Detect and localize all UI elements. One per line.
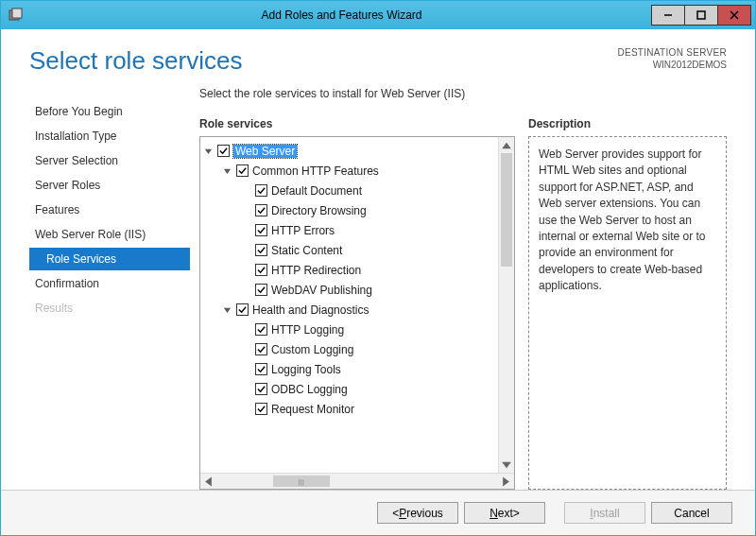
tree-toggle-icon[interactable] [221, 304, 232, 316]
tree-checkbox[interactable] [255, 363, 267, 375]
app-icon [9, 8, 24, 23]
sidebar: Before You BeginInstallation TypeServer … [29, 87, 190, 490]
tree-label[interactable]: Static Content [271, 244, 342, 257]
tree-label[interactable]: ODBC Logging [271, 383, 348, 396]
tree-checkbox[interactable] [255, 244, 267, 256]
sidebar-item[interactable]: Server Roles [29, 174, 190, 197]
sidebar-item: Results [29, 297, 190, 320]
tree-checkbox[interactable] [236, 164, 249, 177]
sidebar-item[interactable]: Confirmation [29, 272, 190, 295]
role-services-label: Role services [199, 117, 515, 130]
sidebar-item[interactable]: Before You Begin [29, 100, 190, 123]
next-button[interactable]: Next > [464, 502, 545, 524]
tree-checkbox[interactable] [255, 224, 267, 236]
previous-label: revious [406, 507, 443, 520]
tree-row[interactable]: HTTP Logging [202, 320, 496, 339]
scroll-up-button[interactable] [499, 137, 514, 153]
window-controls [652, 5, 751, 26]
tree-row[interactable]: Logging Tools [202, 359, 496, 379]
destination-label: DESTINATION SERVER [617, 46, 727, 59]
tree-label[interactable]: HTTP Redirection [271, 264, 361, 277]
install-label: nstall [593, 507, 620, 520]
footer: < Previous Next > Install Cancel [1, 490, 755, 535]
tree-label[interactable]: Request Monitor [271, 403, 354, 416]
instruction-text: Select the role services to install for … [199, 87, 727, 100]
tree-checkbox[interactable] [255, 184, 267, 197]
tree-label[interactable]: WebDAV Publishing [271, 284, 372, 297]
main-panel: Select the role services to install for … [190, 87, 727, 490]
content-area: Select role services DESTINATION SERVER … [1, 29, 755, 535]
scroll-down-button[interactable] [499, 457, 514, 473]
tree-row[interactable]: Common HTTP Features [202, 161, 496, 181]
tree-row[interactable]: HTTP Redirection [202, 260, 496, 280]
tree-checkbox[interactable] [255, 204, 267, 216]
tree-row[interactable]: Web Server [202, 141, 496, 161]
scroll-left-button[interactable] [200, 474, 216, 489]
tree-label[interactable]: Common HTTP Features [252, 164, 379, 178]
tree-checkbox[interactable] [255, 284, 267, 296]
tree-label[interactable]: Logging Tools [271, 363, 341, 376]
tree-row[interactable]: Static Content [202, 240, 496, 260]
window-title: Add Roles and Features Wizard [31, 9, 652, 22]
cancel-button[interactable]: Cancel [651, 502, 732, 524]
tree-checkbox[interactable] [255, 323, 267, 336]
sidebar-item[interactable]: Role Services [29, 248, 190, 270]
sidebar-item[interactable]: Features [29, 199, 190, 221]
previous-button[interactable]: < Previous [377, 502, 458, 524]
vertical-scrollbar[interactable] [498, 137, 514, 473]
scroll-thumb-v[interactable] [501, 153, 512, 267]
tree-label[interactable]: Directory Browsing [271, 204, 367, 217]
tree-checkbox[interactable] [236, 303, 249, 316]
description-box: Web Server provides support for HTML Web… [528, 136, 727, 490]
sidebar-item[interactable]: Web Server Role (IIS) [29, 223, 190, 246]
role-services-tree: Web ServerCommon HTTP FeaturesDefault Do… [199, 136, 515, 490]
tree-row[interactable]: WebDAV Publishing [202, 280, 496, 300]
scroll-right-button[interactable] [498, 474, 514, 489]
tree-label[interactable]: Custom Logging [271, 343, 353, 356]
tree-row[interactable]: Default Document [202, 181, 496, 200]
tree-toggle-icon[interactable] [202, 146, 214, 157]
scroll-track-v[interactable] [499, 153, 514, 457]
tree-label[interactable]: HTTP Errors [271, 224, 335, 237]
tree-label[interactable]: HTTP Logging [271, 323, 344, 337]
install-button: Install [564, 502, 645, 524]
tree-label[interactable]: Health and Diagnostics [252, 303, 369, 317]
svg-rect-1 [12, 9, 22, 18]
tree-row[interactable]: Health and Diagnostics [202, 300, 496, 320]
scroll-thumb-h[interactable]: ||| [273, 475, 330, 487]
destination-value: WIN2012DEMOS [617, 59, 727, 71]
wizard-window: Add Roles and Features Wizard Select rol… [0, 0, 756, 536]
tree-row[interactable]: HTTP Errors [202, 220, 496, 240]
tree-checkbox[interactable] [255, 403, 267, 415]
tree-row[interactable]: Request Monitor [202, 399, 496, 419]
page-title: Select role services [29, 46, 242, 76]
tree-checkbox[interactable] [255, 343, 267, 355]
svg-rect-3 [697, 11, 705, 19]
tree-checkbox[interactable] [217, 145, 230, 157]
tree-row[interactable]: ODBC Logging [202, 379, 496, 399]
tree-body[interactable]: Web ServerCommon HTTP FeaturesDefault Do… [200, 137, 498, 473]
tree-label[interactable]: Web Server [233, 145, 297, 158]
horizontal-scrollbar[interactable]: ||| [200, 473, 514, 489]
close-button[interactable] [717, 5, 751, 26]
next-label: ext [498, 507, 513, 520]
tree-checkbox[interactable] [255, 264, 267, 276]
tree-checkbox[interactable] [255, 383, 267, 395]
sidebar-item[interactable]: Server Selection [29, 149, 190, 172]
minimize-button[interactable] [651, 5, 685, 26]
maximize-button[interactable] [684, 5, 718, 26]
description-label: Description [528, 117, 727, 130]
scroll-track-h[interactable]: ||| [216, 474, 498, 489]
tree-row[interactable]: Directory Browsing [202, 200, 496, 220]
tree-row[interactable]: Custom Logging [202, 339, 496, 359]
tree-label[interactable]: Default Document [271, 184, 362, 198]
titlebar[interactable]: Add Roles and Features Wizard [1, 1, 755, 29]
destination-block: DESTINATION SERVER WIN2012DEMOS [617, 46, 727, 71]
sidebar-item[interactable]: Installation Type [29, 125, 190, 147]
tree-toggle-icon[interactable] [221, 165, 232, 177]
